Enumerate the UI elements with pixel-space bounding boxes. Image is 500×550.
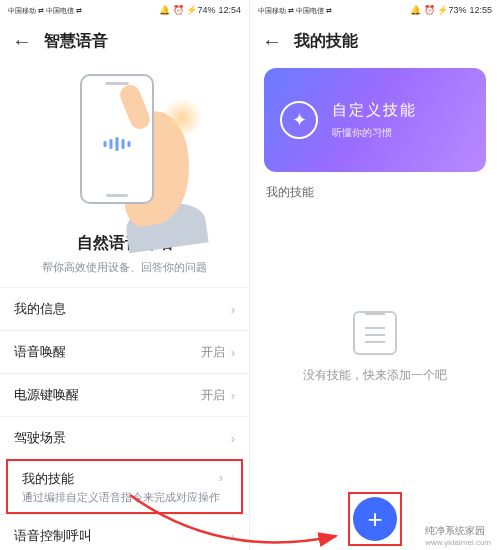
row-value: 开启 [201,344,225,361]
status-bar: 中国移动 ⇄ 中国电信 ⇄ 🔔 ⏰ ⚡74% 12:54 [0,0,249,20]
row-label: 我的技能 [22,470,227,488]
row-label: 语音唤醒 [14,343,66,361]
card-title: 自定义技能 [332,101,417,120]
chevron-right-icon: › [231,388,235,403]
row-label: 驾驶场景 [14,429,66,447]
status-carrier: 中国移动 ⇄ 中国电信 ⇄ [258,7,332,14]
status-icons: 🔔 ⏰ ⚡74% [159,5,215,15]
section-label: 我的技能 [250,182,500,201]
status-carrier: 中国移动 ⇄ 中国电信 ⇄ [8,7,82,14]
highlight-annotation: 我的技能 通过编排自定义语音指令来完成对应操作 › [6,459,243,514]
phone-icon [80,74,154,204]
row-my-info[interactable]: 我的信息 › [0,287,249,330]
status-time: 12:54 [218,5,241,15]
row-driving[interactable]: 驾驶场景 › [0,416,249,459]
status-right: 🔔 ⏰ ⚡73% 12:55 [410,5,492,15]
row-my-skills[interactable]: 我的技能 通过编排自定义语音指令来完成对应操作 › [8,461,241,512]
watermark-name: 纯净系统家园 [425,525,485,536]
screen-voice-settings: 中国移动 ⇄ 中国电信 ⇄ 🔔 ⏰ ⚡74% 12:54 ← 智慧语音 自然语音… [0,0,250,550]
page-title: 我的技能 [294,31,358,52]
hero-illustration [0,62,249,227]
add-skill-button[interactable]: + [353,497,397,541]
chevron-right-icon: › [231,302,235,317]
nav-bar: ← 智慧语音 [0,20,249,62]
chevron-right-icon: › [231,431,235,446]
page-title: 智慧语音 [44,31,108,52]
back-icon[interactable]: ← [262,30,282,53]
plus-icon: + [367,504,382,535]
magic-icon: ✦ [280,101,318,139]
row-voice-call[interactable]: 语音控制呼叫 › [0,514,249,550]
empty-state: 没有技能，快来添加一个吧 [250,311,500,384]
chevron-right-icon: › [231,529,235,544]
card-subtitle: 听懂你的习惯 [332,126,417,140]
row-label: 语音控制呼叫 [14,527,92,545]
hero-title: 自然语音对话 [0,233,249,254]
status-right: 🔔 ⏰ ⚡74% 12:54 [159,5,241,15]
watermark: 纯净系统家园 www.yidaimei.com [422,523,494,548]
row-label: 我的信息 [14,300,66,318]
row-value: 开启 [201,387,225,404]
empty-text: 没有技能，快来添加一个吧 [303,367,447,384]
row-label: 电源键唤醒 [14,386,79,404]
status-time: 12:55 [469,5,492,15]
chevron-right-icon: › [231,345,235,360]
highlight-annotation: + [348,492,402,546]
watermark-url: www.yidaimei.com [425,538,491,547]
back-icon[interactable]: ← [12,30,32,53]
row-subtitle: 通过编排自定义语音指令来完成对应操作 [22,490,227,504]
hero-subtitle: 帮你高效使用设备、回答你的问题 [0,260,249,275]
row-power-wake[interactable]: 电源键唤醒 开启 › [0,373,249,416]
nav-bar: ← 我的技能 [250,20,500,62]
document-icon [353,311,397,355]
status-bar: 中国移动 ⇄ 中国电信 ⇄ 🔔 ⏰ ⚡73% 12:55 [250,0,500,20]
chevron-right-icon: › [219,470,223,485]
screen-my-skills: 中国移动 ⇄ 中国电信 ⇄ 🔔 ⏰ ⚡73% 12:55 ← 我的技能 ✦ 自定… [250,0,500,550]
row-voice-wake[interactable]: 语音唤醒 开启 › [0,330,249,373]
touch-pulse-icon [162,98,202,138]
settings-list: 我的信息 › 语音唤醒 开启 › 电源键唤醒 开启 › 驾驶场景 › 我的技能 … [0,287,249,550]
custom-skill-card[interactable]: ✦ 自定义技能 听懂你的习惯 [264,68,486,172]
status-icons: 🔔 ⏰ ⚡73% [410,5,466,15]
